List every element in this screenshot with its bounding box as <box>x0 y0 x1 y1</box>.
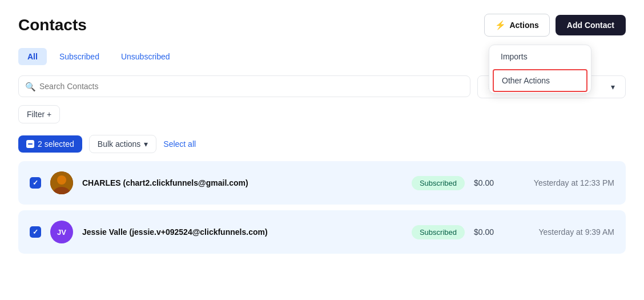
add-contact-button[interactable]: Add Contact <box>556 15 626 35</box>
tab-all[interactable]: All <box>18 48 47 65</box>
contacts-list: CHARLES (chart2.clickfunnels@gmail.com) … <box>18 161 626 259</box>
page-header: Contacts ⚡ Actions Add Contact Imports O… <box>18 14 626 37</box>
contact-date-jessie: Yesterday at 9:39 AM <box>523 227 614 237</box>
selected-count-badge[interactable]: 2 selected <box>18 135 82 153</box>
contact-amount-charles: $0.00 <box>474 178 514 187</box>
dropdown-item-imports[interactable]: Imports <box>489 45 591 68</box>
select-all-button[interactable]: Select all <box>163 139 196 149</box>
avatar-charles <box>50 171 73 194</box>
contact-status-jessie: Subscribed <box>412 225 465 239</box>
tab-unsubscribed[interactable]: Unsubscribed <box>112 48 179 65</box>
contact-date-charles: Yesterday at 12:33 PM <box>523 178 614 187</box>
contact-name-jessie: Jessie Valle (jessie.v+092524@clickfunne… <box>82 227 402 237</box>
chevron-down-icon: ▾ <box>611 82 615 91</box>
actions-button[interactable]: ⚡ Actions <box>484 14 549 37</box>
svg-point-1 <box>57 175 66 185</box>
contact-amount-jessie: $0.00 <box>474 227 514 237</box>
dropdown-item-other-actions[interactable]: Other Actions <box>493 69 587 92</box>
header-actions: ⚡ Actions Add Contact Imports Other Acti… <box>484 14 626 37</box>
bulk-actions-chevron-icon: ▾ <box>144 139 148 149</box>
avatar-jessie: JV <box>50 221 73 243</box>
contact-row: JV Jessie Valle (jessie.v+092524@clickfu… <box>18 210 626 254</box>
search-icon: 🔍 <box>25 82 36 92</box>
filter-label: Filter + <box>27 110 51 119</box>
page-title: Contacts <box>18 16 87 34</box>
contact-status-charles: Subscribed <box>412 176 465 190</box>
actions-dropdown: Imports Other Actions <box>489 45 591 94</box>
bulk-actions-label: Bulk actions <box>98 139 140 149</box>
tab-subscribed[interactable]: Subscribed <box>50 48 108 65</box>
contact-row: CHARLES (chart2.clickfunnels@gmail.com) … <box>18 161 626 205</box>
bolt-icon: ⚡ <box>495 20 506 30</box>
actions-label: Actions <box>509 21 538 30</box>
search-input[interactable] <box>18 75 470 97</box>
filter-button[interactable]: Filter + <box>18 105 60 123</box>
selection-bar: 2 selected Bulk actions ▾ Select all <box>18 135 626 153</box>
contact-name-charles: CHARLES (chart2.clickfunnels@gmail.com) <box>82 178 402 187</box>
selected-count-label: 2 selected <box>38 139 74 149</box>
deselect-icon <box>26 140 34 148</box>
filter-row: Filter + <box>18 105 626 123</box>
bulk-actions-button[interactable]: Bulk actions ▾ <box>89 135 156 153</box>
contact-checkbox-jessie[interactable] <box>30 226 41 238</box>
contacts-page: Contacts ⚡ Actions Add Contact Imports O… <box>0 0 644 300</box>
contact-checkbox-charles[interactable] <box>30 177 41 189</box>
search-container: 🔍 <box>18 75 470 98</box>
